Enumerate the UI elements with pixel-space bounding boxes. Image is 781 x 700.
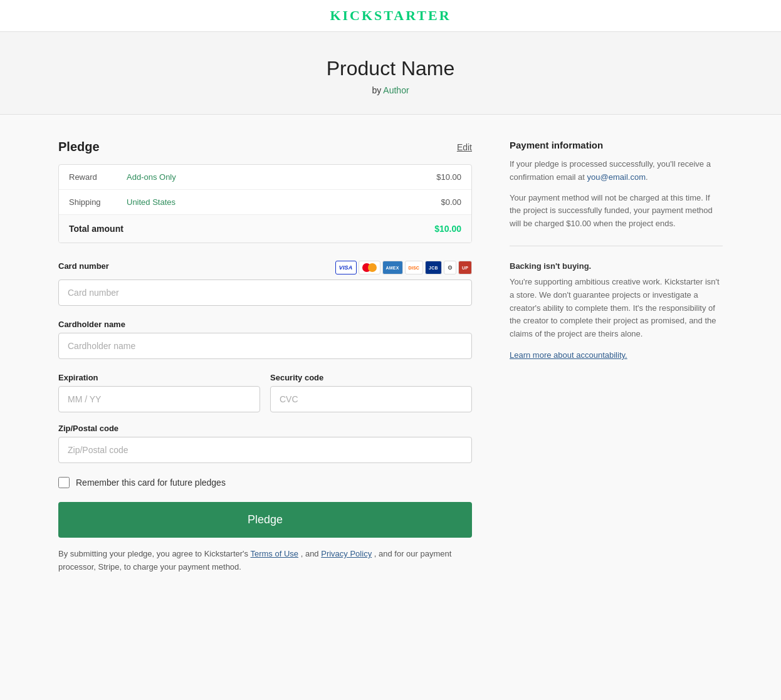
expiration-input[interactable]	[58, 386, 260, 412]
total-label: Total amount	[69, 224, 123, 234]
edit-link[interactable]: Edit	[457, 142, 472, 152]
security-code-input[interactable]	[270, 386, 472, 412]
reward-amount: $10.00	[436, 172, 461, 182]
remember-card-label: Remember this card for future pledges	[76, 478, 226, 488]
shipping-value: United States	[127, 197, 441, 207]
reward-row: Reward Add-ons Only $10.00	[59, 165, 471, 190]
page-header: KICKSTARTER	[0, 0, 781, 32]
total-amount: $10.00	[434, 224, 461, 234]
reward-label: Reward	[69, 172, 119, 182]
zip-input[interactable]	[58, 437, 472, 463]
remember-card-checkbox[interactable]	[58, 477, 70, 488]
product-name: Product Name	[13, 57, 768, 80]
amex-icon: AMEX	[382, 261, 403, 274]
expiration-label: Expiration	[58, 373, 260, 382]
pledge-header: Pledge Edit	[58, 140, 472, 154]
total-row: Total amount $10.00	[59, 215, 471, 243]
charge-text: Your payment method will not be charged …	[510, 192, 723, 231]
unionpay-icon: UP	[458, 261, 472, 274]
by-text: by	[372, 85, 381, 95]
shipping-label: Shipping	[69, 197, 119, 207]
card-icons: VISA AMEX DISC JCB ⊙ UP	[335, 261, 472, 274]
terms-before: By submitting your pledge, you agree to …	[58, 549, 248, 558]
cardholder-name-group: Cardholder name	[58, 320, 472, 370]
section-divider	[510, 246, 723, 246]
terms-section: By submitting your pledge, you agree to …	[58, 548, 472, 574]
terms-and: , and	[301, 549, 319, 558]
visa-icon: VISA	[335, 261, 357, 274]
mastercard-icon	[359, 261, 380, 274]
remember-card-row: Remember this card for future pledges	[58, 477, 472, 488]
privacy-policy-link[interactable]: Privacy Policy	[321, 549, 372, 558]
card-number-header: Card number VISA AMEX DISC JCB ⊙ UP	[58, 261, 472, 274]
author-line: by Author	[13, 85, 768, 95]
jcb-icon: JCB	[425, 261, 442, 274]
confirmation-text: If your pledge is processed successfully…	[510, 158, 723, 184]
zip-group: Zip/Postal code	[58, 424, 472, 474]
payment-info-title: Payment information	[510, 140, 723, 150]
card-number-group: Card number VISA AMEX DISC JCB ⊙ UP	[58, 261, 472, 317]
pledge-table: Reward Add-ons Only $10.00 Shipping Unit…	[58, 164, 472, 243]
reward-value: Add-ons Only	[127, 172, 436, 182]
shipping-amount: $0.00	[441, 197, 461, 207]
payment-email: you@email.com	[587, 172, 646, 182]
shipping-row: Shipping United States $0.00	[59, 190, 471, 215]
left-column: Pledge Edit Reward Add-ons Only $10.00 S…	[58, 140, 472, 574]
right-column: Payment information If your pledge is pr…	[510, 140, 723, 360]
backing-title: Backing isn't buying.	[510, 261, 723, 271]
security-code-label: Security code	[270, 373, 472, 382]
accountability-link[interactable]: Learn more about accountability.	[510, 350, 627, 360]
kickstarter-logo: KICKSTARTER	[0, 8, 781, 24]
cardholder-input[interactable]	[58, 333, 472, 359]
terms-of-use-link[interactable]: Terms of Use	[250, 549, 298, 558]
pledge-button[interactable]: Pledge	[58, 502, 472, 538]
expiry-security-row: Expiration Security code	[58, 373, 472, 412]
cardholder-label: Cardholder name	[58, 320, 472, 329]
zip-label: Zip/Postal code	[58, 424, 472, 433]
author-link[interactable]: Author	[383, 85, 409, 95]
hero-section: Product Name by Author	[0, 32, 781, 115]
expiration-group: Expiration	[58, 373, 260, 412]
security-code-group: Security code	[270, 373, 472, 412]
backing-text: You're supporting ambitious creative wor…	[510, 276, 723, 341]
pledge-title: Pledge	[58, 140, 100, 154]
diners-icon: ⊙	[444, 261, 456, 274]
main-container: Pledge Edit Reward Add-ons Only $10.00 S…	[46, 115, 735, 599]
discover-icon: DISC	[405, 261, 424, 274]
card-number-input[interactable]	[58, 279, 472, 306]
card-number-label: Card number	[58, 261, 109, 271]
